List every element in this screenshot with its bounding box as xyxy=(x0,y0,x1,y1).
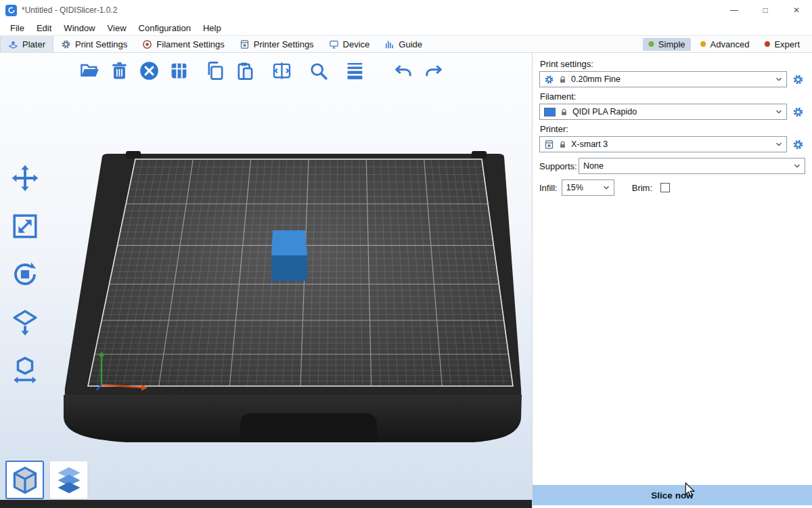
scale-tool-button[interactable] xyxy=(8,209,42,243)
tab-plater-label: Plater xyxy=(22,39,45,49)
open-button[interactable] xyxy=(76,57,103,84)
filament-label: Filament: xyxy=(540,91,805,102)
slice-now-button[interactable]: Slice now xyxy=(533,485,812,505)
redo-icon xyxy=(424,61,443,81)
titlebar: *Untitled - QIDISlicer-1.0.2 — □ ✕ xyxy=(0,0,812,20)
tab-guide[interactable]: Guide xyxy=(377,36,430,52)
printer-value: X-smart 3 xyxy=(571,140,770,149)
printer-combo[interactable]: X-smart 3 xyxy=(539,136,787,152)
place-on-face-tool-button[interactable] xyxy=(8,305,42,339)
paste-button[interactable] xyxy=(231,57,258,84)
preview-view-button[interactable] xyxy=(49,461,88,499)
print-settings-value: 0.20mm Fine xyxy=(571,75,770,84)
arrange-button[interactable] xyxy=(165,57,192,84)
plater-icon xyxy=(8,39,18,49)
mode-simple[interactable]: Simple xyxy=(643,38,691,51)
tab-printer-settings[interactable]: Printer Settings xyxy=(232,36,321,52)
measure-tool-button[interactable] xyxy=(8,354,42,387)
printer-icon xyxy=(544,140,554,150)
menu-file[interactable]: File xyxy=(4,23,30,33)
paste-icon xyxy=(235,61,255,81)
gear-icon xyxy=(792,74,804,85)
qidislicer-window: *Untitled - QIDISlicer-1.0.2 — □ ✕ File … xyxy=(0,0,812,508)
main-area: Print settings: 0.20mm Fine Filament: QI… xyxy=(0,53,812,508)
supports-value: None xyxy=(583,161,788,171)
maximize-button[interactable]: □ xyxy=(750,0,781,20)
gear-icon xyxy=(792,139,804,150)
measure-icon xyxy=(11,356,39,385)
copy-button[interactable] xyxy=(202,57,229,84)
printer-label: Printer: xyxy=(540,124,805,134)
layer-height-button[interactable] xyxy=(341,57,368,84)
brim-checkbox[interactable] xyxy=(660,183,670,192)
tab-guide-label: Guide xyxy=(399,39,422,49)
gear-icon xyxy=(61,39,71,49)
model-cube[interactable] xyxy=(271,230,307,281)
search-button[interactable] xyxy=(304,57,332,84)
filament-gear-button[interactable] xyxy=(790,104,805,119)
tab-bar: Plater Print Settings Filament Settings … xyxy=(0,35,812,53)
rotate-icon xyxy=(11,260,39,289)
simple-mode-dot-icon xyxy=(648,41,654,47)
tab-device[interactable]: Device xyxy=(321,36,378,52)
move-icon xyxy=(11,164,39,192)
undo-button[interactable] xyxy=(390,57,417,84)
delete-all-button[interactable] xyxy=(135,57,162,84)
printer-gear-button[interactable] xyxy=(790,137,805,152)
app-logo-icon xyxy=(5,5,17,16)
mode-simple-label: Simple xyxy=(658,39,685,49)
bed-clip-right xyxy=(472,151,487,158)
tab-filament-settings[interactable]: Filament Settings xyxy=(135,36,231,52)
delete-all-icon xyxy=(139,61,159,81)
infill-combo[interactable]: 15% xyxy=(562,179,614,196)
split-icon xyxy=(272,61,292,81)
infill-label: Infill: xyxy=(539,183,558,193)
printer-icon xyxy=(240,39,250,49)
editor-view-icon xyxy=(10,465,40,495)
expert-mode-dot-icon xyxy=(764,41,770,47)
move-tool-button[interactable] xyxy=(8,161,42,195)
close-button[interactable]: ✕ xyxy=(781,0,812,20)
filament-value: QIDI PLA Rapido xyxy=(572,107,770,117)
print-settings-label: Print settings: xyxy=(540,59,805,69)
minimize-button[interactable]: — xyxy=(719,0,750,20)
mouse-cursor xyxy=(685,482,695,498)
preview-view-icon xyxy=(54,465,84,495)
print-settings-gear-button[interactable] xyxy=(790,72,805,87)
redo-button[interactable] xyxy=(420,57,447,84)
gear-icon xyxy=(544,75,554,85)
menu-bar: File Edit Window View Configuration Help xyxy=(0,20,812,35)
undo-icon xyxy=(394,61,413,81)
mode-advanced[interactable]: Advanced xyxy=(695,38,755,51)
open-icon xyxy=(80,61,99,81)
chevron-down-icon xyxy=(792,161,802,171)
chevron-down-icon xyxy=(774,75,784,84)
supports-combo[interactable]: None xyxy=(579,158,805,174)
filament-combo[interactable]: QIDI PLA Rapido xyxy=(539,104,787,120)
tab-plater[interactable]: Plater xyxy=(0,36,53,52)
rotate-tool-button[interactable] xyxy=(8,257,42,291)
device-monitor-icon xyxy=(329,39,339,49)
menu-edit[interactable]: Edit xyxy=(30,23,58,33)
viewport-top-toolbar xyxy=(76,57,449,84)
viewport-left-toolbar xyxy=(8,161,42,387)
editor-view-button[interactable] xyxy=(5,461,44,499)
3d-viewport[interactable] xyxy=(0,53,532,508)
supports-label: Supports: xyxy=(539,161,574,171)
print-settings-combo[interactable]: 0.20mm Fine xyxy=(539,71,787,87)
menu-help[interactable]: Help xyxy=(197,23,227,33)
tab-print-settings[interactable]: Print Settings xyxy=(53,36,135,52)
menu-window[interactable]: Window xyxy=(58,23,101,33)
tab-print-settings-label: Print Settings xyxy=(75,39,127,49)
mode-expert[interactable]: Expert xyxy=(759,38,805,51)
menu-view[interactable]: View xyxy=(102,23,133,33)
delete-icon xyxy=(110,61,129,81)
menu-configuration[interactable]: Configuration xyxy=(133,23,197,33)
infill-value: 15% xyxy=(566,183,597,192)
advanced-mode-dot-icon xyxy=(700,41,706,47)
mode-selector: Simple Advanced Expert xyxy=(643,36,812,52)
scene-canvas xyxy=(0,53,532,508)
model-cube-front xyxy=(271,255,307,281)
delete-button[interactable] xyxy=(106,57,133,84)
split-button[interactable] xyxy=(268,57,295,84)
